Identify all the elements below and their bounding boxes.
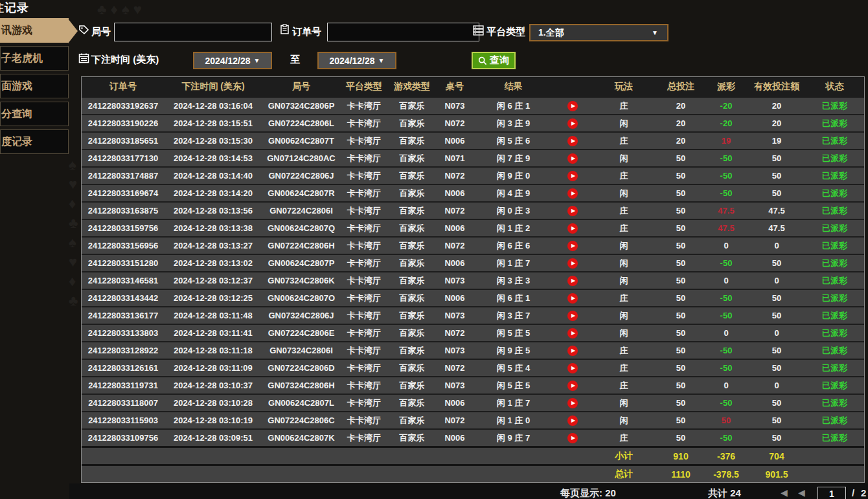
- col-header-order-id: 订单号: [82, 81, 165, 93]
- replay-button[interactable]: ▶: [567, 416, 578, 426]
- platform-type-select[interactable]: 1.全部 ▼: [529, 24, 668, 41]
- table-row: 241228033115903 2024-12-28 03:10:19 GN07…: [82, 411, 864, 428]
- prev-page-button[interactable]: ◀: [798, 487, 805, 498]
- cell-replay: ▶: [554, 346, 591, 356]
- cell-result: 闲 5 庄 4: [473, 362, 554, 374]
- cell-total-bet: 50: [656, 416, 705, 425]
- replay-button[interactable]: ▶: [567, 241, 578, 251]
- replay-button[interactable]: ▶: [567, 363, 578, 373]
- replay-button[interactable]: ▶: [567, 136, 578, 146]
- replay-button[interactable]: ▶: [567, 346, 578, 356]
- first-page-button[interactable]: ◀: [781, 487, 788, 498]
- page-separator: /: [852, 487, 854, 498]
- replay-button[interactable]: ▶: [567, 258, 578, 269]
- page-number-input[interactable]: 1: [817, 487, 846, 499]
- sidebar-item-points-query[interactable]: 分查询: [0, 102, 69, 126]
- play-icon: ▶: [571, 313, 575, 318]
- replay-button[interactable]: ▶: [567, 188, 578, 199]
- search-button-label: 查询: [490, 54, 509, 67]
- replay-button[interactable]: ▶: [567, 328, 578, 338]
- cell-table-no: N072: [437, 118, 473, 128]
- cell-bet-on: 庄: [591, 100, 656, 112]
- table-row: 241228033159756 2024-12-28 03:13:38 GN00…: [82, 219, 864, 236]
- play-icon: ▶: [571, 104, 575, 109]
- cell-payout: -50: [705, 346, 747, 355]
- replay-button[interactable]: ▶: [567, 276, 578, 286]
- cell-status: 已派彩: [806, 397, 863, 409]
- cell-table-no: N006: [437, 258, 473, 268]
- sidebar-item-live-games[interactable]: 讯游戏: [0, 18, 69, 43]
- cell-total-bet: 50: [656, 346, 705, 355]
- cell-bet-on: 闲: [591, 397, 656, 409]
- replay-button[interactable]: ▶: [567, 311, 578, 321]
- table-row: 241228033177130 2024-12-28 03:14:53 GN07…: [82, 149, 864, 166]
- cell-result: 闲 0 庄 3: [473, 205, 554, 217]
- replay-button[interactable]: ▶: [567, 118, 578, 129]
- cell-bet-on: 闲: [591, 415, 656, 427]
- cell-order-id: 241228033109756: [82, 433, 165, 443]
- replay-button[interactable]: ▶: [567, 223, 578, 234]
- cell-replay: ▶: [554, 276, 591, 286]
- cell-platform: 卡卡湾厅: [341, 153, 387, 164]
- cell-platform: 卡卡湾厅: [341, 397, 387, 409]
- cell-valid-bet: 50: [747, 188, 806, 198]
- cell-table-no: N072: [437, 363, 473, 373]
- replay-button[interactable]: ▶: [567, 433, 578, 443]
- replay-button[interactable]: ▶: [567, 293, 578, 304]
- replay-button[interactable]: ▶: [567, 101, 578, 111]
- cell-bet-time: 2024-12-28 03:13:27: [165, 241, 262, 250]
- col-header-result: 结果: [473, 81, 554, 93]
- cell-bet-time: 2024-12-28 03:15:51: [165, 118, 262, 128]
- cell-game-type: 百家乐: [387, 293, 437, 304]
- cell-table-no: N073: [437, 101, 473, 111]
- replay-button[interactable]: ▶: [567, 381, 578, 391]
- chevron-down-icon: ▼: [254, 57, 260, 64]
- cell-total-bet: 50: [656, 363, 705, 373]
- sidebar-item-label: 分查询: [1, 108, 32, 119]
- cell-total-bet: 50: [656, 328, 705, 338]
- cell-valid-bet: 50: [747, 346, 806, 355]
- play-icon: ▶: [571, 121, 575, 126]
- cell-bet-on: 闲: [591, 327, 656, 339]
- cell-status: 已派彩: [806, 135, 863, 147]
- play-icon: ▶: [571, 383, 575, 388]
- order-id-input[interactable]: [327, 23, 479, 41]
- cell-result: 闲 1 庄 2: [473, 223, 554, 234]
- to-label: 至: [290, 54, 300, 66]
- cell-replay: ▶: [554, 363, 591, 373]
- replay-button[interactable]: ▶: [567, 206, 578, 216]
- cell-round-id: GN00624C2807T: [262, 136, 341, 146]
- replay-button[interactable]: ▶: [567, 171, 578, 181]
- cell-table-no: N073: [437, 311, 473, 320]
- cell-payout: -20: [705, 118, 747, 128]
- replay-button[interactable]: ▶: [567, 398, 578, 408]
- play-icon: ▶: [571, 226, 575, 231]
- cell-order-id: 241228033169674: [82, 188, 165, 198]
- cell-game-type: 百家乐: [387, 258, 437, 269]
- cell-bet-time: 2024-12-28 03:11:09: [165, 363, 262, 373]
- cell-replay: ▶: [554, 188, 591, 199]
- grandtotal-row: 总计 1110 -378.5 901.5: [82, 464, 864, 482]
- table-row: 241228033151280 2024-12-28 03:13:02 GN00…: [82, 254, 864, 271]
- sidebar-item-credit-records[interactable]: 度记录: [0, 129, 69, 154]
- cell-status: 已派彩: [806, 275, 863, 287]
- cell-replay: ▶: [554, 258, 591, 269]
- round-id-input[interactable]: [114, 23, 272, 41]
- replay-button[interactable]: ▶: [567, 153, 578, 164]
- cell-bet-time: 2024-12-28 03:16:04: [165, 101, 262, 111]
- sidebar-item-slots[interactable]: 子老虎机: [0, 46, 69, 71]
- sidebar-item-table-games[interactable]: 面游戏: [0, 74, 69, 98]
- cell-valid-bet: 50: [747, 293, 806, 303]
- date-to-select[interactable]: 2024/12/28 ▼: [317, 52, 396, 69]
- search-button[interactable]: 查询: [472, 52, 516, 69]
- cell-platform: 卡卡湾厅: [341, 275, 387, 287]
- cell-bet-time: 2024-12-28 03:14:53: [165, 153, 262, 163]
- cell-payout: -50: [705, 258, 747, 268]
- sidebar-item-label: 面游戏: [1, 80, 32, 91]
- cell-total-bet: 50: [656, 258, 705, 268]
- col-header-status: 状态: [806, 81, 863, 93]
- table-row: 241228033192637 2024-12-28 03:16:04 GN07…: [82, 96, 864, 114]
- date-from-select[interactable]: 2024/12/28 ▼: [193, 52, 272, 69]
- col-header-bet-on: 玩法: [591, 81, 656, 93]
- cell-valid-bet: 20: [747, 101, 806, 111]
